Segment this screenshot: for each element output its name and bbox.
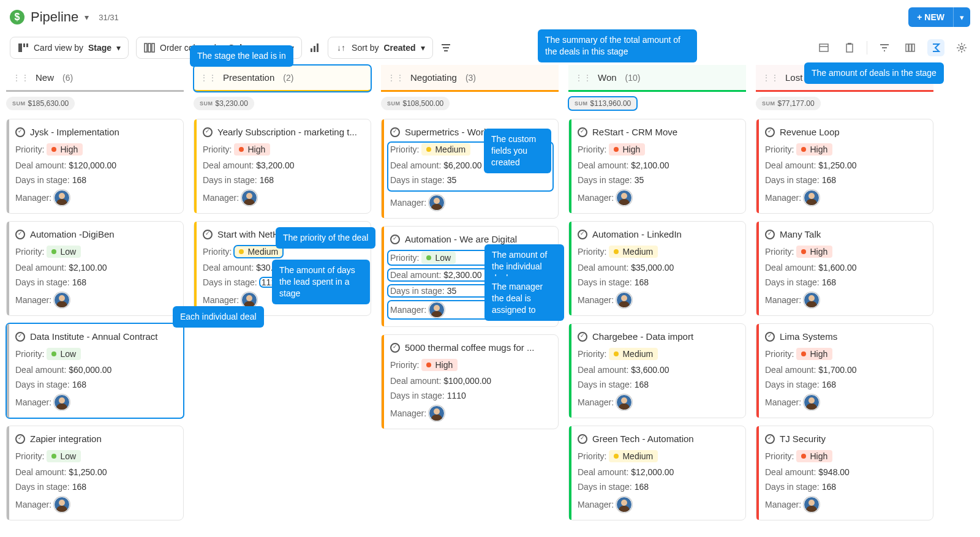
drag-grip-icon[interactable]: ⋮⋮ bbox=[12, 73, 29, 83]
deal-card[interactable]: 5000 thermal coffee mugs for ... Priorit… bbox=[381, 334, 559, 429]
priority-dot-icon bbox=[614, 351, 619, 356]
priority-dot-icon bbox=[426, 255, 431, 260]
card-view-value: Stage bbox=[88, 43, 111, 53]
column-count: (10) bbox=[811, 73, 831, 83]
manager-field: Manager: bbox=[765, 497, 925, 513]
deal-card[interactable]: Start with NetHunt (sample) Priority: Me… bbox=[194, 221, 371, 316]
sum-label: SUM bbox=[387, 100, 401, 107]
amount-field: Deal amount: $30.00 bbox=[203, 263, 363, 272]
priority-dot-icon bbox=[801, 147, 806, 152]
priority-badge: High bbox=[796, 246, 832, 258]
manager-field: Manager: bbox=[578, 394, 738, 410]
order-column-selector[interactable]: Order column by Column name ▾ bbox=[136, 37, 302, 59]
manager-field: Manager: bbox=[388, 301, 553, 319]
deal-title: Green Tech - Automation bbox=[578, 434, 738, 444]
sum-row: SUM$113,960.00 bbox=[568, 92, 746, 119]
manager-avatar[interactable] bbox=[616, 394, 632, 410]
manager-avatar[interactable] bbox=[804, 497, 820, 513]
new-button-dropdown[interactable]: ▾ bbox=[953, 7, 970, 27]
priority-field: Priority: High bbox=[578, 143, 738, 156]
column-header[interactable]: ⋮⋮ Lost (10) bbox=[756, 65, 933, 92]
manager-avatar[interactable] bbox=[616, 190, 632, 206]
priority-dot-icon bbox=[51, 147, 56, 152]
sum-value: $108,500.00 bbox=[403, 99, 444, 108]
drag-grip-icon[interactable]: ⋮⋮ bbox=[575, 73, 592, 83]
manager-avatar[interactable] bbox=[241, 292, 257, 308]
drag-grip-icon[interactable]: ⋮⋮ bbox=[200, 73, 217, 83]
sum-row: SUM$3,230.00 bbox=[194, 92, 371, 119]
sigma-icon[interactable] bbox=[927, 39, 944, 56]
deal-card[interactable]: Many Talk Priority: High Deal amount: $1… bbox=[756, 221, 933, 316]
deal-title: Lima Systems bbox=[765, 331, 925, 342]
list-filter-icon[interactable] bbox=[440, 42, 451, 53]
column-header[interactable]: ⋮⋮ Presentation (2) bbox=[194, 65, 371, 92]
manager-field: Manager: bbox=[15, 292, 176, 308]
manager-avatar[interactable] bbox=[804, 190, 820, 206]
view-dropdown-icon[interactable]: ▾ bbox=[85, 12, 89, 22]
manager-avatar[interactable] bbox=[804, 394, 820, 410]
sort-selector[interactable]: ↓↑ Sort by Created ▾ bbox=[328, 37, 433, 59]
top-header: $ Pipeline ▾ 31/31 + NEW ▾ bbox=[0, 0, 980, 34]
sum-badge: SUM$113,960.00 bbox=[568, 97, 637, 110]
column-title: Negotiating bbox=[410, 72, 457, 83]
new-button[interactable]: + NEW bbox=[908, 7, 953, 27]
manager-avatar[interactable] bbox=[54, 497, 70, 513]
priority-field: Priority: High bbox=[765, 348, 925, 360]
manager-avatar[interactable] bbox=[429, 302, 445, 318]
filter-icon[interactable] bbox=[876, 39, 893, 56]
status-ring-icon bbox=[15, 332, 25, 342]
card-view-icon bbox=[18, 42, 29, 53]
manager-avatar[interactable] bbox=[429, 405, 445, 421]
deal-card[interactable]: Revenue Loop Priority: High Deal amount:… bbox=[756, 119, 933, 214]
amount-field: Deal amount: $60,000.00 bbox=[15, 365, 176, 375]
deal-card[interactable]: Data Institute - Annual Contract Priorit… bbox=[6, 323, 184, 418]
column-won: ⋮⋮ Won (10) SUM$113,960.00 ReStart - CRM… bbox=[568, 65, 746, 528]
column-header[interactable]: ⋮⋮ Won (10) bbox=[568, 65, 746, 92]
priority-dot-icon bbox=[426, 147, 431, 152]
deal-card[interactable]: Yearly Subscription - marketing t... Pri… bbox=[194, 119, 371, 214]
fields-wrapper: Priority: Medium Deal amount: $3,600.00 … bbox=[578, 348, 738, 389]
manager-avatar[interactable] bbox=[429, 195, 445, 211]
priority-badge: High bbox=[421, 359, 458, 371]
sum-label: SUM bbox=[12, 100, 26, 107]
card-layout-icon[interactable] bbox=[815, 39, 832, 56]
columns-toggle-icon[interactable] bbox=[902, 39, 919, 56]
priority-dot-icon bbox=[614, 249, 619, 254]
days-field: Days in stage: 168 bbox=[15, 482, 176, 492]
deal-card[interactable]: TJ Security Priority: High Deal amount: … bbox=[756, 426, 933, 520]
priority-field: Priority: Medium bbox=[578, 348, 738, 360]
column-header[interactable]: ⋮⋮ Negotiating (3) bbox=[381, 65, 559, 92]
column-header[interactable]: ⋮⋮ New (6) bbox=[6, 65, 184, 92]
fields-wrapper: Priority: High Deal amount: $100,000.00 … bbox=[390, 359, 551, 400]
deal-card[interactable]: Automation - We are Digital Priority: Lo… bbox=[381, 226, 559, 327]
manager-avatar[interactable] bbox=[241, 190, 257, 206]
manager-avatar[interactable] bbox=[616, 497, 632, 513]
manager-avatar[interactable] bbox=[54, 394, 70, 410]
drag-grip-icon[interactable]: ⋮⋮ bbox=[762, 73, 779, 83]
sum-row: SUM$77,177.00 bbox=[756, 92, 933, 119]
manager-field: Manager: bbox=[203, 190, 363, 206]
deal-card[interactable]: Green Tech - Automation Priority: Medium… bbox=[568, 426, 746, 520]
bar-chart-icon[interactable] bbox=[309, 42, 320, 53]
manager-avatar[interactable] bbox=[616, 292, 632, 308]
priority-dot-icon bbox=[51, 454, 56, 459]
card-view-selector[interactable]: Card view by Stage ▾ bbox=[10, 37, 129, 59]
column-negotiating: ⋮⋮ Negotiating (3) SUM$108,500.00 Superm… bbox=[381, 65, 559, 528]
deal-card[interactable]: Automation - LinkedIn Priority: Medium D… bbox=[568, 221, 746, 316]
manager-avatar[interactable] bbox=[804, 292, 820, 308]
clipboard-icon[interactable] bbox=[841, 39, 858, 56]
deal-card[interactable]: Lima Systems Priority: High Deal amount:… bbox=[756, 323, 933, 418]
manager-avatar[interactable] bbox=[54, 292, 70, 308]
deal-card[interactable]: Automation -DigiBen Priority: Low Deal a… bbox=[6, 221, 184, 316]
deal-card[interactable]: Supermetrics - Workflows imple... Priori… bbox=[381, 119, 559, 219]
settings-icon[interactable] bbox=[953, 39, 970, 56]
deal-card[interactable]: ReStart - CRM Move Priority: High Deal a… bbox=[568, 119, 746, 214]
status-ring-icon bbox=[578, 230, 587, 239]
priority-field: Priority: Low bbox=[15, 450, 176, 462]
drag-grip-icon[interactable]: ⋮⋮ bbox=[387, 73, 404, 83]
deal-card[interactable]: Chargebee - Data import Priority: Medium… bbox=[568, 323, 746, 418]
deal-card[interactable]: Zapier integration Priority: Low Deal am… bbox=[6, 426, 184, 520]
column-lost: ⋮⋮ Lost (10) SUM$77,177.00 Revenue Loop … bbox=[756, 65, 933, 528]
manager-avatar[interactable] bbox=[54, 190, 70, 206]
deal-card[interactable]: Jysk - Implementation Priority: High Dea… bbox=[6, 119, 184, 214]
